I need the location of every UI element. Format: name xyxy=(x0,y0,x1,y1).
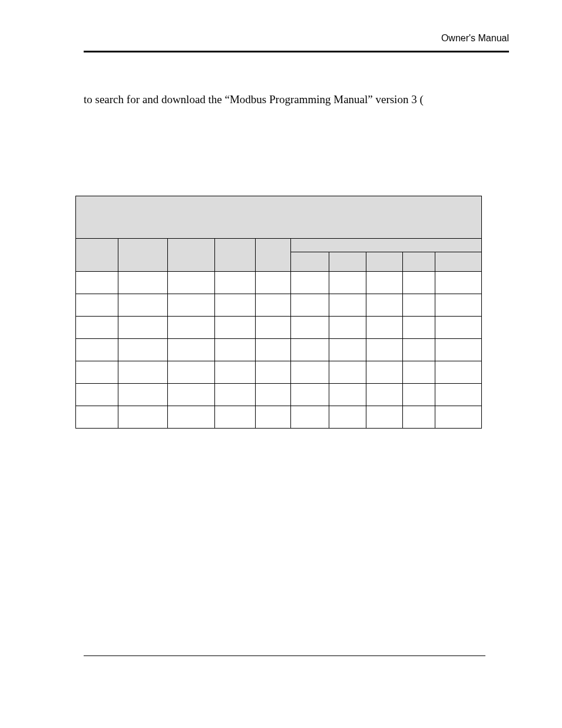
cell xyxy=(291,406,329,428)
header-rule xyxy=(84,51,509,52)
cell xyxy=(215,271,256,294)
cell xyxy=(215,361,256,383)
cell xyxy=(435,383,482,406)
col-subheader-7 xyxy=(329,252,366,271)
cell xyxy=(435,338,482,361)
col-subheader-8 xyxy=(366,252,403,271)
cell xyxy=(256,294,291,316)
cell xyxy=(329,316,366,338)
cell xyxy=(435,406,482,428)
col-header-1 xyxy=(76,238,118,271)
footer-rule xyxy=(84,655,485,656)
table-title-row xyxy=(76,196,482,238)
cell xyxy=(76,406,118,428)
cell xyxy=(118,361,168,383)
cell xyxy=(403,294,435,316)
cell xyxy=(256,406,291,428)
table-row xyxy=(76,383,482,406)
table-row xyxy=(76,406,482,428)
data-table-wrap xyxy=(75,196,482,429)
col-header-2 xyxy=(118,238,168,271)
cell xyxy=(76,294,118,316)
cell xyxy=(256,361,291,383)
table-title-cell xyxy=(76,196,482,238)
col-subheader-10 xyxy=(435,252,482,271)
col-header-3 xyxy=(168,238,215,271)
cell xyxy=(76,383,118,406)
table-row xyxy=(76,361,482,383)
cell xyxy=(256,271,291,294)
cell xyxy=(403,338,435,361)
cell xyxy=(291,271,329,294)
cell xyxy=(168,294,215,316)
cell xyxy=(366,294,403,316)
cell xyxy=(76,271,118,294)
cell xyxy=(168,361,215,383)
cell xyxy=(118,406,168,428)
cell xyxy=(291,338,329,361)
cell xyxy=(366,316,403,338)
table-row xyxy=(76,294,482,316)
cell xyxy=(435,271,482,294)
cell xyxy=(168,338,215,361)
cell xyxy=(403,383,435,406)
cell xyxy=(435,294,482,316)
cell xyxy=(366,361,403,383)
cell xyxy=(76,361,118,383)
col-header-5 xyxy=(256,238,291,271)
table-row xyxy=(76,316,482,338)
cell xyxy=(329,406,366,428)
cell xyxy=(291,316,329,338)
table-row xyxy=(76,338,482,361)
col-header-group-right xyxy=(291,238,482,252)
table-row xyxy=(76,271,482,294)
cell xyxy=(329,383,366,406)
cell xyxy=(329,361,366,383)
cell xyxy=(118,316,168,338)
cell xyxy=(76,338,118,361)
cell xyxy=(366,338,403,361)
page: Owner's Manual to search for and downloa… xyxy=(0,0,562,728)
cell xyxy=(403,406,435,428)
cell xyxy=(118,294,168,316)
cell xyxy=(366,271,403,294)
cell xyxy=(118,271,168,294)
col-header-4 xyxy=(215,238,256,271)
cell xyxy=(329,338,366,361)
cell xyxy=(403,361,435,383)
cell xyxy=(215,316,256,338)
cell xyxy=(435,316,482,338)
cell xyxy=(215,383,256,406)
cell xyxy=(403,316,435,338)
cell xyxy=(118,338,168,361)
cell xyxy=(291,361,329,383)
cell xyxy=(168,406,215,428)
cell xyxy=(76,316,118,338)
cell xyxy=(291,383,329,406)
cell xyxy=(168,316,215,338)
cell xyxy=(118,383,168,406)
cell xyxy=(215,338,256,361)
page-header-right: Owner's Manual xyxy=(84,33,509,44)
col-subheader-9 xyxy=(403,252,435,271)
body-paragraph-1: to search for and download the “Modbus P… xyxy=(84,91,508,108)
cell xyxy=(435,361,482,383)
cell xyxy=(291,294,329,316)
cell xyxy=(168,271,215,294)
cell xyxy=(256,383,291,406)
cell xyxy=(215,406,256,428)
table-header-row-1 xyxy=(76,238,482,252)
cell xyxy=(366,406,403,428)
cell xyxy=(256,338,291,361)
data-table xyxy=(75,196,482,429)
cell xyxy=(403,271,435,294)
cell xyxy=(366,383,403,406)
cell xyxy=(215,294,256,316)
cell xyxy=(168,383,215,406)
cell xyxy=(329,271,366,294)
spacer xyxy=(84,108,509,196)
col-subheader-6 xyxy=(291,252,329,271)
cell xyxy=(329,294,366,316)
cell xyxy=(256,316,291,338)
